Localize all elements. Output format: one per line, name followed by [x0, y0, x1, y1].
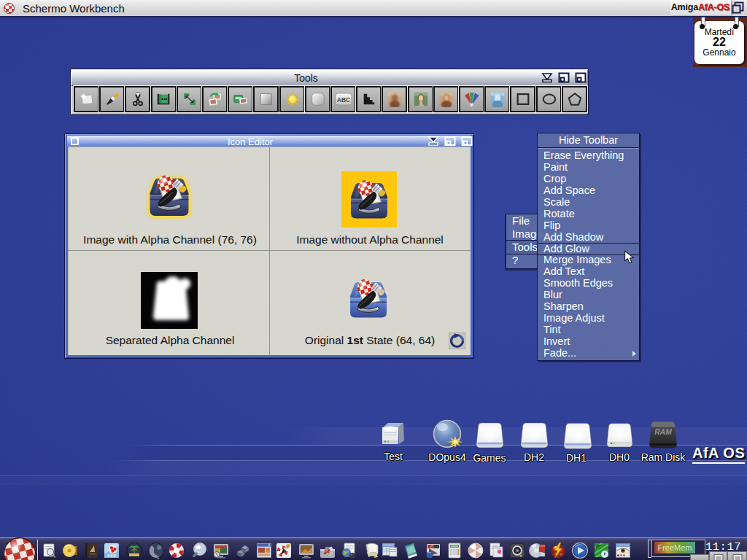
svg-text:ASS: ASS [107, 553, 116, 558]
svg-text:MIAMI: MIAMI [130, 553, 139, 557]
svg-text:RAM: RAM [654, 428, 672, 436]
svg-text:ABC: ABC [336, 96, 349, 104]
